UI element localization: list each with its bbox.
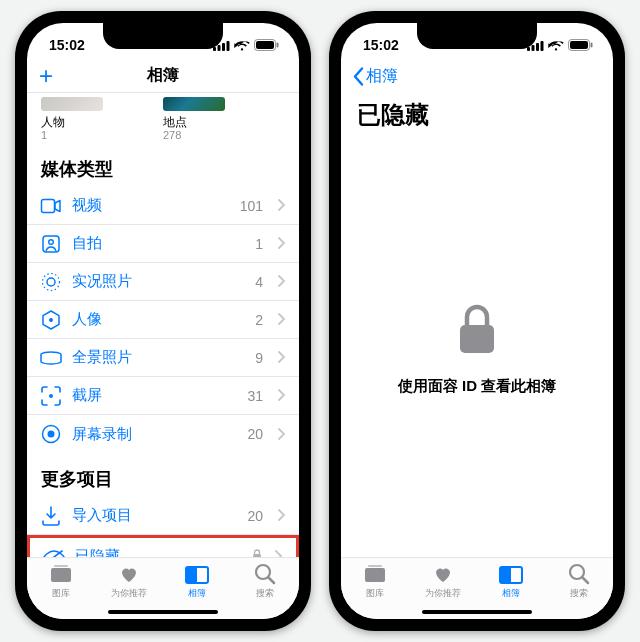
back-button[interactable]: 相簿 [353,66,398,87]
row-imports[interactable]: 导入项目 20 [27,497,299,535]
home-indicator[interactable] [108,610,218,614]
row-count: 20 [247,426,263,442]
svg-rect-34 [368,565,382,567]
chevron-right-icon [278,273,285,290]
row-count: 4 [255,274,263,290]
notch [103,23,223,49]
lock-icon [456,303,498,361]
row-label: 自拍 [72,234,102,253]
svg-rect-6 [277,43,279,48]
battery-icon [254,39,279,51]
selfie-icon [41,234,61,254]
tab-albums[interactable]: 相簿 [477,558,545,605]
album-people-label: 人物 [41,115,103,129]
status-time: 15:02 [49,37,85,53]
library-icon [49,563,73,585]
highlight-box: 已隐藏 最近删除 [27,535,299,557]
row-videos[interactable]: 视频 101 [27,187,299,225]
tab-search[interactable]: 搜索 [231,558,299,605]
svg-line-24 [269,578,275,584]
status-icons [213,39,279,51]
for-you-icon [117,563,141,585]
section-media-types: 媒体类型 [27,143,299,187]
nav-bar: 相簿 [341,59,613,93]
tab-albums[interactable]: 相簿 [163,558,231,605]
screen-recording-icon [41,424,61,444]
page-title: 已隐藏 [341,93,613,141]
nav-bar: + 相簿 [27,59,299,93]
chevron-right-icon [278,387,285,404]
svg-line-38 [583,578,589,584]
row-count: 2 [255,312,263,328]
home-indicator[interactable] [422,610,532,614]
nav-title: 相簿 [147,65,179,86]
video-icon [41,196,61,216]
svg-rect-36 [500,567,511,583]
svg-point-12 [49,318,53,322]
row-screen-recordings[interactable]: 屏幕录制 20 [27,415,299,453]
tab-label: 图库 [366,587,384,600]
svg-point-11 [43,273,60,290]
tab-label: 图库 [52,587,70,600]
search-icon [567,563,591,585]
tab-for-you[interactable]: 为你推荐 [95,558,163,605]
tab-label: 相簿 [502,587,520,600]
add-button[interactable]: + [39,64,53,88]
row-label: 全景照片 [72,348,132,367]
row-hidden[interactable]: 已隐藏 [30,538,296,557]
svg-point-9 [49,240,54,245]
album-people-thumb [41,97,103,111]
empty-state: 使用面容 ID 查看此相簿 [341,141,613,557]
row-panoramas[interactable]: 全景照片 9 [27,339,299,377]
wifi-icon [548,40,564,51]
live-photo-icon [41,272,61,292]
row-label: 屏幕录制 [72,425,132,444]
tab-label: 为你推荐 [425,587,461,600]
albums-icon [499,563,523,585]
tab-library[interactable]: 图库 [341,558,409,605]
chevron-right-icon [278,507,285,524]
album-people[interactable]: 人物 1 [41,97,103,141]
chevron-right-icon [278,311,285,328]
row-label: 视频 [72,196,102,215]
row-label: 实况照片 [72,272,132,291]
lock-icon [252,548,262,557]
tab-for-you[interactable]: 为你推荐 [409,558,477,605]
tab-search[interactable]: 搜索 [545,558,613,605]
svg-rect-32 [460,325,494,353]
row-screenshots[interactable]: 截屏 31 [27,377,299,415]
svg-rect-20 [54,565,68,567]
chevron-right-icon [275,548,282,557]
svg-rect-7 [42,199,55,212]
svg-rect-1 [218,45,221,51]
svg-rect-27 [536,43,539,51]
svg-rect-28 [541,41,544,51]
tab-library[interactable]: 图库 [27,558,95,605]
row-label: 截屏 [72,386,102,405]
svg-rect-26 [532,45,535,51]
tab-label: 相簿 [188,587,206,600]
screenshot-icon [41,386,61,406]
row-live-photos[interactable]: 实况照片 4 [27,263,299,301]
svg-rect-22 [186,567,197,583]
plus-icon: + [39,64,53,88]
row-label: 导入项目 [72,506,132,525]
back-label: 相簿 [366,66,398,87]
row-count: 101 [240,198,263,214]
notch [417,23,537,49]
row-portrait[interactable]: 人像 2 [27,301,299,339]
album-thumb-row: 人物 1 地点 278 [27,93,299,143]
svg-rect-5 [256,41,274,49]
library-icon [363,563,387,585]
row-count: 1 [255,236,263,252]
svg-rect-30 [570,41,588,49]
tab-label: 搜索 [570,587,588,600]
search-icon [253,563,277,585]
for-you-icon [431,563,455,585]
row-selfies[interactable]: 自拍 1 [27,225,299,263]
album-places[interactable]: 地点 278 [163,97,225,141]
row-count: 31 [247,388,263,404]
svg-rect-3 [227,41,230,51]
panorama-icon [41,348,61,368]
phone-right: 15:02 相簿 已隐藏 [329,11,625,631]
